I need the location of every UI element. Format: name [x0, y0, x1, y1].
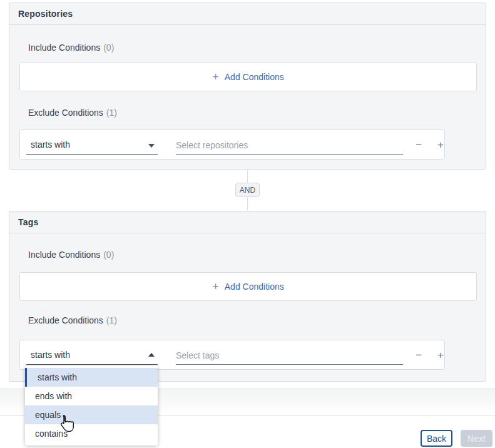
exclude-conditions-count: (1) [106, 315, 117, 325]
tags-value-input[interactable] [176, 346, 403, 365]
repositories-header: Repositories [9, 3, 486, 25]
operator-select-value: starts with [31, 350, 70, 360]
add-include-conditions-button[interactable]: + Add Conditions [19, 272, 477, 301]
plus-icon: + [212, 71, 219, 83]
tags-section: Tags Include Conditions(0) + Add Conditi… [9, 211, 486, 382]
include-conditions-label: Include Conditions(0) [28, 43, 114, 53]
dropdown-option-contains[interactable]: contains [25, 424, 158, 443]
repositories-value-input[interactable] [176, 136, 403, 155]
section-title: Tags [18, 217, 38, 227]
and-operator-badge: AND [235, 183, 260, 197]
exclude-condition-row: starts with − + [19, 340, 445, 370]
operator-select[interactable]: starts with [26, 136, 158, 155]
exclude-condition-row: starts with − + [19, 130, 445, 160]
plus-icon: + [212, 281, 219, 292]
exclude-conditions-label: Exclude Conditions(1) [28, 108, 117, 118]
dropdown-option-ends-with[interactable]: ends with [25, 387, 158, 405]
include-conditions-count: (0) [103, 43, 114, 53]
add-conditions-label: Add Conditions [225, 72, 284, 82]
remove-condition-button[interactable]: − [412, 340, 425, 370]
dropdown-option-equals[interactable]: equals [25, 405, 158, 424]
exclude-conditions-label: Exclude Conditions(1) [28, 315, 117, 325]
add-conditions-label: Add Conditions [225, 282, 284, 292]
next-button-disabled[interactable]: Next [461, 430, 492, 447]
remove-condition-button[interactable]: − [412, 130, 425, 160]
operator-dropdown-menu: starts with ends with equals contains [25, 366, 158, 445]
dropdown-option-starts-with[interactable]: starts with [25, 368, 158, 387]
add-include-conditions-button[interactable]: + Add Conditions [19, 63, 477, 91]
exclude-conditions-count: (1) [106, 108, 117, 118]
include-conditions-label: Include Conditions(0) [28, 250, 114, 260]
add-condition-button[interactable]: + [434, 130, 447, 160]
section-title: Repositories [18, 9, 73, 19]
chevron-up-icon [148, 353, 155, 357]
retention-rule-wizard: Repositories Include Conditions(0) + Add… [0, 0, 495, 448]
tags-header: Tags [9, 211, 486, 233]
include-conditions-count: (0) [103, 250, 114, 260]
operator-select-open[interactable]: starts with [26, 346, 158, 365]
add-condition-button[interactable]: + [434, 340, 447, 370]
back-button[interactable]: Back [421, 430, 452, 447]
repositories-section: Repositories Include Conditions(0) + Add… [9, 3, 486, 170]
operator-select-value: starts with [31, 140, 70, 150]
chevron-down-icon [148, 144, 155, 148]
